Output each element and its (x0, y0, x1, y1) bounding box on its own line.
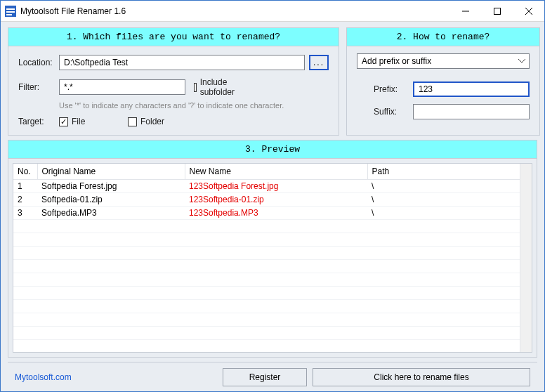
window-buttons (449, 1, 544, 21)
vendor-link[interactable]: Mytoolsoft.com (15, 372, 72, 382)
cell-new: 123Softpedia-01.zip (185, 193, 367, 207)
target-label: Target: (18, 117, 59, 126)
svg-rect-1 (6, 8, 15, 10)
cell-original: Softpedia.MP3 (37, 207, 185, 220)
svg-rect-5 (494, 8, 500, 14)
table-row: . (13, 260, 532, 273)
minimize-button[interactable] (449, 1, 481, 21)
filter-hint: Use '*' to indicate any characters and '… (59, 101, 329, 110)
target-folder-label: Folder (140, 117, 164, 126)
table-row: . (13, 327, 532, 340)
maximize-button[interactable] (481, 1, 513, 21)
table-row: . (13, 220, 532, 233)
col-header-path[interactable]: Path (367, 164, 532, 180)
app-icon (5, 6, 16, 17)
panel-preview: 3. Preview No. Original Name New Name Pa… (8, 140, 537, 358)
checkbox-icon (128, 117, 137, 126)
footer: Mytoolsoft.com Register Click here to re… (8, 362, 537, 391)
titlebar: Mytoolsoft File Renamer 1.6 (1, 1, 544, 22)
checkbox-icon (194, 83, 197, 92)
cell-no: 2 (13, 193, 37, 207)
suffix-label: Suffix: (374, 107, 413, 117)
vertical-scrollbar[interactable] (520, 164, 532, 352)
col-header-no[interactable]: No. (13, 164, 37, 180)
panel-how-rename: 2. How to rename? Add prefix or suffix P… (346, 27, 540, 136)
include-subfolder-label: Include subfolder (200, 77, 235, 97)
table-row: . (13, 273, 532, 287)
table-row: . (13, 300, 532, 313)
cell-original: Softpedia Forest.jpg (37, 180, 185, 193)
panel-preview-header: 3. Preview (8, 141, 537, 159)
rename-mode-selected: Add prefix or suffix (357, 53, 530, 69)
cell-path: \ (367, 207, 532, 220)
cell-original: Softpedia-01.zip (37, 193, 185, 207)
table-row[interactable]: 2 Softpedia-01.zip 123Softpedia-01.zip \ (13, 193, 532, 207)
cell-path: \ (367, 193, 532, 207)
cell-new: 123Softpedia Forest.jpg (185, 180, 367, 193)
table-row: . (13, 313, 532, 327)
target-folder-checkbox[interactable]: Folder (128, 117, 169, 126)
location-label: Location: (18, 58, 59, 67)
rename-mode-select[interactable]: Add prefix or suffix (357, 53, 530, 69)
svg-rect-3 (6, 14, 12, 15)
target-file-checkbox[interactable]: File (59, 117, 100, 126)
rename-button[interactable]: Click here to rename files (313, 368, 530, 386)
prefix-label: Prefix: (374, 84, 413, 94)
target-file-label: File (72, 117, 85, 126)
suffix-input[interactable] (413, 104, 530, 119)
register-button[interactable]: Register (223, 368, 307, 386)
close-button[interactable] (513, 1, 544, 21)
location-input[interactable] (59, 55, 305, 70)
panel-select-files: 1. Which files are you want to renamed? … (8, 27, 339, 136)
preview-table: No. Original Name New Name Path 1 Softpe… (13, 164, 532, 340)
panel-how-rename-header: 2. How to rename? (347, 28, 539, 46)
top-row: 1. Which files are you want to renamed? … (8, 27, 537, 136)
table-row: . (13, 287, 532, 300)
content-area: 1. Which files are you want to renamed? … (1, 22, 544, 391)
window-title: Mytoolsoft File Renamer 1.6 (20, 6, 449, 16)
table-header-row: No. Original Name New Name Path (13, 164, 532, 180)
panel-select-files-header: 1. Which files are you want to renamed? (8, 28, 339, 46)
table-row: . (13, 247, 532, 260)
cell-path: \ (367, 180, 532, 193)
cell-no: 1 (13, 180, 37, 193)
cell-new: 123Softpedia.MP3 (185, 207, 367, 220)
table-row: . (13, 233, 532, 247)
filter-input[interactable] (59, 79, 185, 95)
chevron-down-icon (518, 59, 525, 63)
col-header-new[interactable]: New Name (185, 164, 367, 180)
cell-no: 3 (13, 207, 37, 220)
filter-label: Filter: (18, 82, 59, 92)
preview-table-wrap: No. Original Name New Name Path 1 Softpe… (13, 163, 532, 353)
checkbox-icon (59, 117, 68, 126)
table-row[interactable]: 1 Softpedia Forest.jpg 123Softpedia Fore… (13, 180, 532, 193)
table-row[interactable]: 3 Softpedia.MP3 123Softpedia.MP3 \ (13, 207, 532, 220)
svg-rect-2 (6, 11, 15, 13)
prefix-input[interactable] (413, 81, 530, 97)
browse-button[interactable]: ... (309, 55, 329, 70)
col-header-original[interactable]: Original Name (37, 164, 185, 180)
include-subfolder-checkbox[interactable]: Include subfolder (194, 77, 235, 97)
